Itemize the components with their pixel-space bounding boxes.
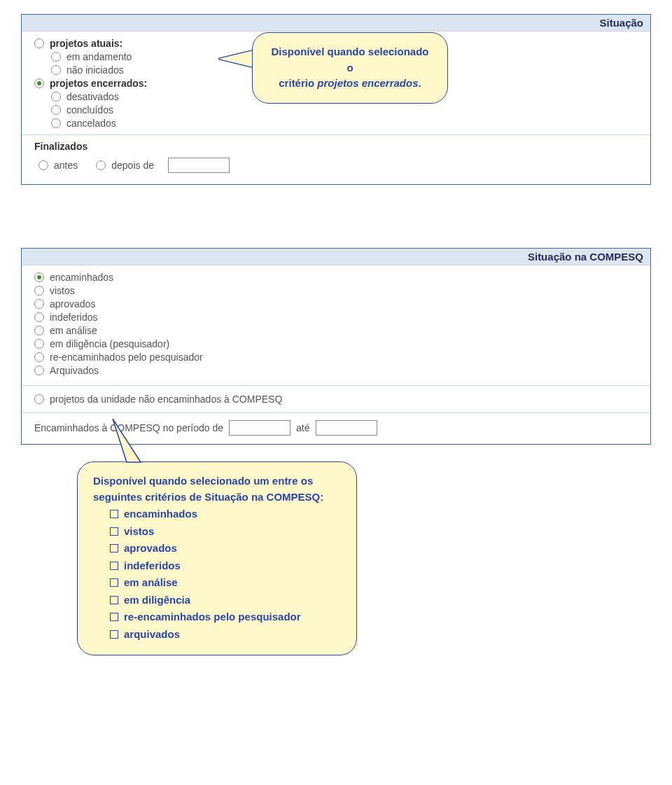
- situacao-header: Situação: [22, 15, 650, 32]
- label-arquivados: Arquivados: [50, 365, 99, 376]
- callout1-line2-italic: projetos encerrados: [317, 77, 418, 89]
- radio-re-encaminhados[interactable]: re-encaminhados pelo pesquisador: [34, 352, 638, 363]
- radio-icon: [34, 326, 44, 335]
- check-item: vistos: [110, 524, 341, 540]
- radio-indeferidos[interactable]: indeferidos: [34, 312, 638, 323]
- radio-icon: [96, 160, 106, 170]
- radio-arquivados[interactable]: Arquivados: [34, 365, 638, 376]
- label-vistos: vistos: [50, 285, 75, 296]
- radio-icon: [34, 299, 44, 309]
- label-aprovados: aprovados: [50, 298, 95, 310]
- checkbox-icon: [110, 578, 118, 587]
- callout1-line2-post: .: [419, 77, 421, 89]
- check-item: encaminhados: [110, 506, 341, 522]
- checkbox-icon: [110, 596, 118, 604]
- callout1-line2-pre: critério: [279, 77, 317, 89]
- check-item: em análise: [110, 575, 341, 591]
- radio-cancelados[interactable]: cancelados: [51, 118, 638, 129]
- input-periodo-de[interactable]: [229, 420, 290, 436]
- label-nao-iniciados: não iniciados: [66, 64, 124, 76]
- callout1-line1: Disponível quando selecionado o: [268, 44, 432, 76]
- label-em-analise: em análise: [50, 325, 97, 336]
- radio-nao-encaminhados[interactable]: projetos da unidade não encaminhados à C…: [34, 394, 638, 405]
- label-depois: depois de: [111, 160, 154, 171]
- radio-depois[interactable]: depois de: [96, 160, 154, 171]
- callout-pointer-icon: [106, 419, 162, 468]
- radio-icon-checked: [34, 272, 44, 282]
- radio-em-analise[interactable]: em análise: [34, 325, 638, 336]
- label-em-andamento: em andamento: [66, 51, 132, 62]
- checkbox-icon: [110, 562, 118, 570]
- label-concluidos: concluídos: [66, 104, 113, 116]
- input-finalizados-data[interactable]: [168, 158, 230, 173]
- radio-concluidos[interactable]: concluídos: [51, 104, 638, 116]
- check-item: arquivados: [110, 627, 341, 643]
- radio-icon: [51, 92, 61, 102]
- radio-icon: [34, 339, 44, 349]
- separator: [22, 134, 650, 135]
- label-finalizados: Finalizados: [34, 141, 638, 152]
- label-encaminhados: encaminhados: [50, 272, 113, 283]
- label-em-diligencia: em diligência (pesquisador): [50, 338, 169, 349]
- label-antes: antes: [54, 160, 78, 171]
- label-projetos-encerrados: projetos encerrados:: [50, 78, 147, 89]
- checkbox-icon: [110, 527, 118, 536]
- callout-compesq: Disponível quando selecionado um entre o…: [77, 461, 357, 655]
- compesq-header: Situação na COMPESQ: [22, 249, 650, 265]
- radio-aprovados[interactable]: aprovados: [34, 298, 638, 310]
- checkbox-icon: [110, 510, 118, 518]
- callout2-lead: Disponível quando selecionado um entre o…: [93, 475, 323, 503]
- check-item: aprovados: [110, 541, 341, 557]
- radio-icon: [38, 160, 48, 170]
- radio-em-diligencia[interactable]: em diligência (pesquisador): [34, 338, 638, 349]
- radio-icon: [51, 65, 61, 75]
- radio-icon: [34, 39, 44, 48]
- radio-icon: [34, 312, 44, 322]
- label-desativados: desativados: [66, 91, 119, 102]
- checkbox-icon: [110, 630, 118, 639]
- check-item: re-encaminhados pelo pesquisador: [110, 609, 341, 625]
- radio-antes[interactable]: antes: [38, 160, 78, 171]
- radio-icon: [34, 286, 44, 296]
- label-indeferidos: indeferidos: [50, 312, 98, 323]
- check-item: indeferidos: [110, 558, 341, 574]
- label-cancelados: cancelados: [66, 118, 116, 129]
- checkbox-icon: [110, 544, 118, 553]
- callout-projetos-encerrados: Disponível quando selecionado o critério…: [252, 32, 448, 104]
- callout-pointer-icon: [218, 50, 253, 67]
- label-projetos-atuais: projetos atuais:: [50, 38, 122, 49]
- radio-icon: [51, 118, 61, 128]
- radio-vistos[interactable]: vistos: [34, 285, 638, 296]
- situacao-compesq-panel: Situação na COMPESQ encaminhados vistos …: [21, 248, 651, 445]
- radio-icon: [34, 394, 44, 404]
- label-ate: até: [296, 422, 309, 433]
- input-periodo-ate[interactable]: [316, 420, 377, 436]
- radio-icon-checked: [34, 78, 44, 88]
- label-nao-encaminhados: projetos da unidade não encaminhados à C…: [50, 394, 282, 405]
- radio-encaminhados[interactable]: encaminhados: [34, 272, 638, 283]
- radio-icon: [34, 352, 44, 362]
- svg-marker-0: [113, 419, 141, 462]
- checkbox-icon: [110, 613, 118, 621]
- radio-icon: [51, 105, 61, 115]
- radio-icon: [51, 52, 61, 62]
- check-item: em diligência: [110, 592, 341, 609]
- label-re-encaminhados: re-encaminhados pelo pesquisador: [50, 352, 203, 363]
- radio-icon: [34, 366, 44, 375]
